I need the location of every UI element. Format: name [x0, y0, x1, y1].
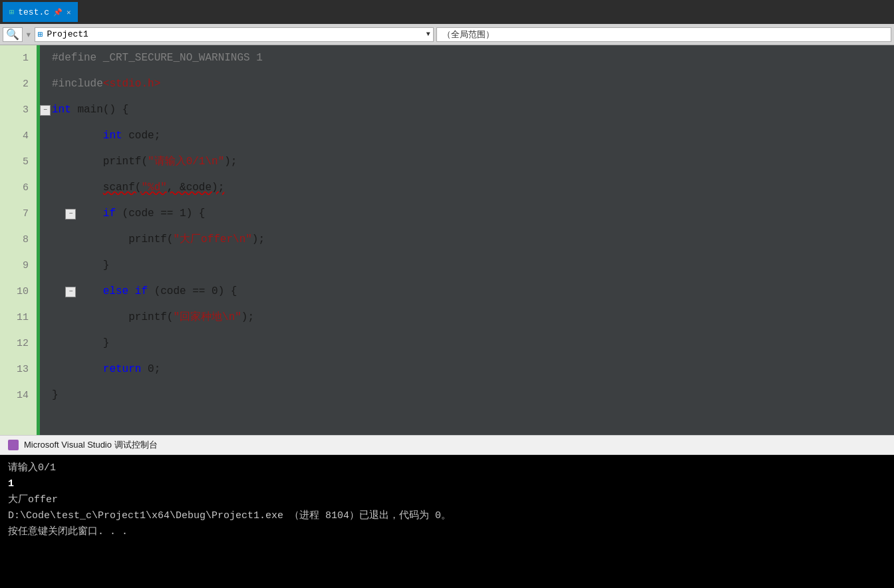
- code-token: (code == 1) {: [116, 201, 205, 227]
- table-row: printf("大厂offer\n");: [40, 227, 894, 253]
- table-row: −int main() {: [40, 97, 894, 123]
- code-token: }: [52, 382, 59, 408]
- line-number: 6: [0, 175, 37, 201]
- console-line: 大厂offer: [8, 492, 886, 508]
- code-token: }: [103, 331, 110, 357]
- code-token: printf(: [128, 227, 173, 253]
- project-dropdown[interactable]: ⊞ Project1 ▼: [35, 27, 434, 42]
- scope-label-text: （全局范围）: [442, 29, 494, 41]
- project-name: Project1: [47, 29, 88, 39]
- search-icon: 🔍: [6, 28, 19, 41]
- table-row: }: [40, 382, 894, 408]
- line-number: 7: [0, 201, 37, 227]
- code-token: "回家种地\n": [173, 305, 241, 331]
- file-tab[interactable]: ⊞ test.c 📌 ✕: [3, 2, 78, 22]
- search-button[interactable]: 🔍: [3, 27, 23, 42]
- collapse-button[interactable]: −: [65, 209, 76, 220]
- line-number: 13: [0, 357, 37, 382]
- console-line: D:\Code\test_c\Project1\x64\Debug\Projec…: [8, 508, 886, 524]
- line-number: 8: [0, 227, 37, 253]
- code-token: , &code);: [167, 175, 224, 201]
- project-icon: ⊞: [38, 29, 43, 40]
- code-token: printf(: [103, 149, 148, 175]
- code-token: [128, 279, 135, 305]
- table-row: − if (code == 1) {: [40, 201, 894, 227]
- tab-icon: ⊞: [9, 7, 14, 17]
- console-header: Microsoft Visual Studio 调试控制台: [0, 435, 894, 455]
- code-token: "大厂offer\n": [173, 227, 251, 253]
- console-icon: [8, 440, 19, 450]
- table-row: return 0;: [40, 357, 894, 382]
- console-line: 请输入0/1: [8, 460, 886, 476]
- code-token: int: [103, 123, 122, 149]
- code-token: return: [103, 357, 142, 382]
- code-token: );: [224, 149, 237, 175]
- table-row: printf("回家种地\n");: [40, 305, 894, 331]
- toolbar-separator: ▾: [25, 28, 32, 41]
- line-number: 14: [0, 382, 37, 408]
- code-token: "请输入0/1\n": [148, 149, 224, 175]
- console-line: 按任意键关闭此窗口. . .: [8, 524, 886, 540]
- code-token: if: [103, 201, 116, 227]
- code-token: else: [103, 279, 128, 305]
- line-number: 10: [0, 279, 37, 305]
- code-token: if: [135, 279, 148, 305]
- code-token: #define _CRT_SECURE_NO_WARNINGS 1: [52, 45, 263, 71]
- line-number: 12: [0, 331, 37, 357]
- code-editor: 1234567891011121314 #define _CRT_SECURE_…: [0, 45, 894, 435]
- console-title: Microsoft Visual Studio 调试控制台: [24, 439, 158, 451]
- table-row: }: [40, 253, 894, 279]
- toolbar: 🔍 ▾ ⊞ Project1 ▼ （全局范围）: [0, 24, 894, 45]
- code-token: (code == 0) {: [148, 279, 237, 305]
- line-numbers: 1234567891011121314: [0, 45, 37, 435]
- console-body: 请输入0/11大厂offerD:\Code\test_c\Project1\x6…: [0, 455, 894, 588]
- table-row: #include<stdio.h>: [40, 71, 894, 97]
- code-token: int: [52, 97, 71, 123]
- collapse-button[interactable]: −: [40, 105, 51, 116]
- line-number: 11: [0, 305, 37, 331]
- code-token: <stdio.h>: [103, 71, 160, 97]
- collapse-button[interactable]: −: [65, 287, 76, 297]
- line-number: 3: [0, 97, 37, 123]
- code-token: );: [241, 305, 254, 331]
- code-token: main() {: [71, 97, 128, 123]
- code-token: "%d": [141, 175, 166, 201]
- line-number: 9: [0, 253, 37, 279]
- tab-close-button[interactable]: ✕: [67, 8, 71, 17]
- code-lines-area[interactable]: #define _CRT_SECURE_NO_WARNINGS 1#includ…: [40, 45, 894, 435]
- table-row: printf("请输入0/1\n");: [40, 149, 894, 175]
- table-row: }: [40, 331, 894, 357]
- code-token: scanf(: [103, 175, 142, 201]
- line-number: 4: [0, 123, 37, 149]
- code-token: #include: [52, 71, 103, 97]
- code-token: printf(: [128, 305, 173, 331]
- table-row: #define _CRT_SECURE_NO_WARNINGS 1: [40, 45, 894, 71]
- line-number: 2: [0, 71, 37, 97]
- scope-selector[interactable]: （全局范围）: [436, 27, 891, 42]
- table-row: int code;: [40, 123, 894, 149]
- code-token: code;: [122, 123, 161, 149]
- tab-label: test.c: [18, 7, 49, 17]
- table-row: − else if (code == 0) {: [40, 279, 894, 305]
- console-line: 1: [8, 476, 886, 492]
- console-panel: Microsoft Visual Studio 调试控制台 请输入0/11大厂o…: [0, 435, 894, 588]
- line-number: 5: [0, 149, 37, 175]
- code-token: }: [103, 253, 110, 279]
- dropdown-arrow-icon: ▼: [426, 31, 430, 38]
- table-row: scanf("%d", &code);: [40, 175, 894, 201]
- title-bar: ⊞ test.c 📌 ✕: [0, 0, 894, 24]
- code-token: );: [252, 227, 265, 253]
- code-token: 0;: [141, 357, 160, 382]
- line-number: 1: [0, 45, 37, 71]
- tab-pin-icon[interactable]: 📌: [53, 8, 63, 17]
- main-content: 1234567891011121314 #define _CRT_SECURE_…: [0, 45, 894, 435]
